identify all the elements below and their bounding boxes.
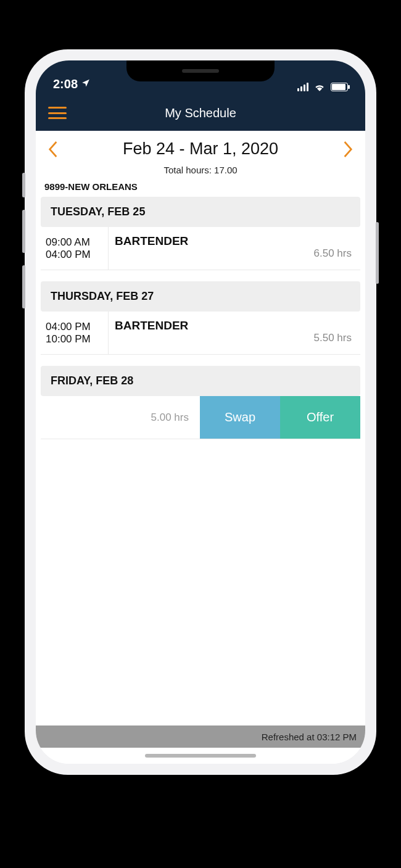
shift-hours: 6.50 hrs — [314, 247, 352, 262]
home-indicator[interactable] — [145, 754, 256, 758]
footer-bar: Refreshed at 03:12 PM — [36, 725, 365, 748]
day-header: FRIDAY, FEB 28 — [41, 366, 360, 396]
day-block: TUESDAY, FEB 25 09:00 AM 04:00 PM BARTEN… — [36, 197, 365, 270]
home-indicator-area — [36, 748, 365, 764]
shift-hours: 5.50 hrs — [314, 332, 352, 347]
location-icon — [81, 78, 90, 89]
shift-hours: 5.00 hrs — [151, 411, 189, 424]
shift-row[interactable]: 04:00 PM 10:00 PM BARTENDER 5.50 hrs — [41, 312, 360, 355]
page-title: My Schedule — [165, 106, 236, 120]
date-navigator: Feb 24 - Mar 1, 2020 — [36, 131, 365, 161]
screen: 2:08 My Schedule — [36, 60, 365, 764]
shift-role: BARTENDER — [115, 234, 188, 248]
battery-icon — [331, 83, 348, 91]
shift-role: BARTENDER — [115, 319, 188, 333]
phone-frame: 2:08 My Schedule — [25, 49, 376, 775]
power-button — [376, 222, 379, 284]
mute-switch — [22, 173, 25, 197]
date-range-label: Feb 24 - Mar 1, 2020 — [123, 139, 278, 159]
shift-start: 09:00 AM — [46, 236, 103, 249]
shift-times: 09:00 AM 04:00 PM — [41, 227, 109, 270]
day-block: FRIDAY, FEB 28 5.00 hrs Swap Offer — [36, 366, 365, 439]
total-hours-label: Total hours: 17.00 — [36, 161, 365, 181]
menu-button[interactable] — [48, 107, 67, 119]
day-header: TUESDAY, FEB 25 — [41, 197, 360, 227]
shift-row[interactable]: 09:00 AM 04:00 PM BARTENDER 6.50 hrs — [41, 227, 360, 270]
location-label: 9899-NEW ORLEANS — [36, 181, 365, 197]
day-header: THURSDAY, FEB 27 — [41, 281, 360, 312]
notch — [126, 60, 275, 81]
cellular-icon — [297, 83, 308, 91]
volume-down-button — [22, 265, 25, 308]
shift-times: 04:00 PM 10:00 PM — [41, 312, 109, 354]
shift-action-row: 5.00 hrs Swap Offer — [41, 396, 360, 439]
next-week-button[interactable] — [343, 141, 353, 158]
shift-start: 04:00 PM — [46, 321, 103, 333]
shift-end: 04:00 PM — [46, 249, 103, 261]
wifi-icon — [313, 83, 326, 91]
content: Feb 24 - Mar 1, 2020 Total hours: 17.00 … — [36, 131, 365, 764]
offer-button[interactable]: Offer — [280, 396, 360, 439]
swap-button[interactable]: Swap — [200, 396, 280, 439]
day-block: THURSDAY, FEB 27 04:00 PM 10:00 PM BARTE… — [36, 281, 365, 355]
refreshed-label: Refreshed at 03:12 PM — [262, 732, 357, 742]
status-time: 2:08 — [53, 77, 78, 91]
speaker — [182, 69, 219, 73]
volume-up-button — [22, 210, 25, 253]
shift-end: 10:00 PM — [46, 333, 103, 345]
app-header: My Schedule — [36, 95, 365, 131]
prev-week-button[interactable] — [48, 141, 58, 158]
